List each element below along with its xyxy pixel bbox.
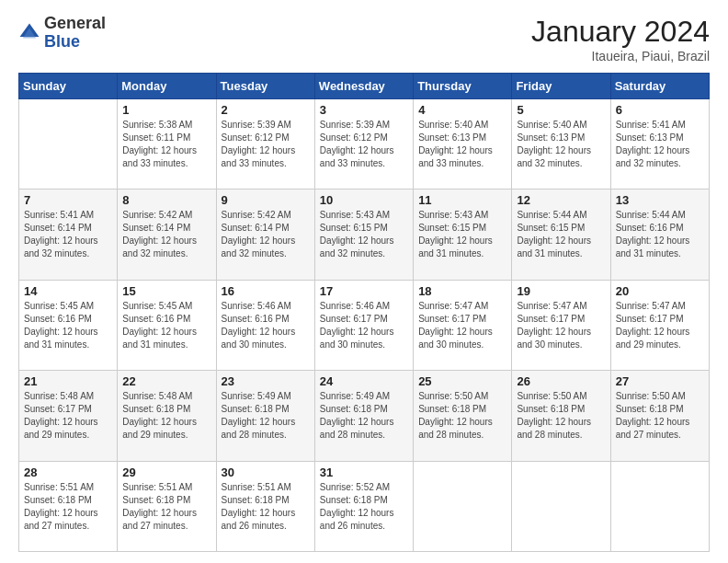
day-number: 3 [320,103,408,117]
day-number: 21 [24,374,112,388]
table-cell: 28 Sunrise: 5:51 AMSunset: 6:18 PMDaylig… [19,461,118,551]
table-cell: 29 Sunrise: 5:51 AMSunset: 6:18 PMDaylig… [118,461,216,551]
day-info: Sunrise: 5:46 AMSunset: 6:16 PMDaylight:… [222,300,310,351]
day-number: 4 [418,103,506,117]
table-cell: 25 Sunrise: 5:50 AMSunset: 6:18 PMDaylig… [414,371,512,461]
day-info: Sunrise: 5:41 AMSunset: 6:14 PMDaylight:… [24,209,112,260]
table-cell: 31 Sunrise: 5:52 AMSunset: 6:18 PMDaylig… [314,461,413,551]
table-cell: 13 Sunrise: 5:44 AMSunset: 6:16 PMDaylig… [610,190,709,280]
day-number: 11 [418,193,506,207]
table-cell [610,461,709,551]
day-info: Sunrise: 5:48 AMSunset: 6:17 PMDaylight:… [24,390,112,442]
table-cell: 9 Sunrise: 5:42 AMSunset: 6:14 PMDayligh… [216,190,314,280]
day-number: 27 [616,374,704,388]
header-tuesday: Tuesday [216,74,314,99]
location-subtitle: Itaueira, Piaui, Brazil [531,49,710,63]
table-cell: 27 Sunrise: 5:50 AMSunset: 6:18 PMDaylig… [610,371,709,461]
day-number: 28 [24,465,112,479]
table-cell: 2 Sunrise: 5:39 AMSunset: 6:12 PMDayligh… [216,99,314,190]
title-area: January 2024 Itaueira, Piaui, Brazil [531,15,710,63]
day-info: Sunrise: 5:48 AMSunset: 6:18 PMDaylight:… [122,390,210,442]
day-number: 24 [320,374,408,388]
table-cell: 22 Sunrise: 5:48 AMSunset: 6:18 PMDaylig… [118,371,216,461]
table-cell: 19 Sunrise: 5:47 AMSunset: 6:17 PMDaylig… [512,280,610,370]
day-info: Sunrise: 5:47 AMSunset: 6:17 PMDaylight:… [418,300,506,351]
week-row-1: 1 Sunrise: 5:38 AMSunset: 6:11 PMDayligh… [19,99,710,190]
day-info: Sunrise: 5:51 AMSunset: 6:18 PMDaylight:… [24,481,112,533]
day-info: Sunrise: 5:43 AMSunset: 6:15 PMDaylight:… [418,209,506,260]
weekday-header-row: Sunday Monday Tuesday Wednesday Thursday… [19,74,710,99]
week-row-4: 21 Sunrise: 5:48 AMSunset: 6:17 PMDaylig… [19,371,710,461]
day-info: Sunrise: 5:46 AMSunset: 6:17 PMDaylight:… [320,300,408,351]
day-info: Sunrise: 5:47 AMSunset: 6:17 PMDaylight:… [517,300,605,351]
table-cell [19,99,118,190]
day-number: 31 [320,465,408,479]
table-cell: 12 Sunrise: 5:44 AMSunset: 6:15 PMDaylig… [512,190,610,280]
table-cell: 30 Sunrise: 5:51 AMSunset: 6:18 PMDaylig… [216,461,314,551]
logo-general-text: General [44,14,106,32]
day-number: 23 [222,374,310,388]
day-info: Sunrise: 5:40 AMSunset: 6:13 PMDaylight:… [418,119,506,170]
day-number: 9 [222,193,310,207]
logo: General Blue [18,15,106,52]
day-number: 14 [24,284,112,298]
day-number: 19 [517,284,605,298]
table-cell: 10 Sunrise: 5:43 AMSunset: 6:15 PMDaylig… [314,190,413,280]
day-info: Sunrise: 5:44 AMSunset: 6:15 PMDaylight:… [517,209,605,260]
day-info: Sunrise: 5:42 AMSunset: 6:14 PMDaylight:… [122,209,210,260]
day-number: 6 [616,103,704,117]
header: General Blue January 2024 Itaueira, Piau… [18,15,710,63]
logo-icon [18,22,40,44]
table-cell: 20 Sunrise: 5:47 AMSunset: 6:17 PMDaylig… [610,280,709,370]
day-info: Sunrise: 5:47 AMSunset: 6:17 PMDaylight:… [616,300,704,351]
header-thursday: Thursday [414,74,512,99]
day-number: 2 [222,103,310,117]
week-row-2: 7 Sunrise: 5:41 AMSunset: 6:14 PMDayligh… [19,190,710,280]
table-cell: 16 Sunrise: 5:46 AMSunset: 6:16 PMDaylig… [216,280,314,370]
day-info: Sunrise: 5:51 AMSunset: 6:18 PMDaylight:… [222,481,310,533]
day-number: 13 [616,193,704,207]
calendar-table: Sunday Monday Tuesday Wednesday Thursday… [18,73,710,552]
table-cell: 23 Sunrise: 5:49 AMSunset: 6:18 PMDaylig… [216,371,314,461]
table-cell: 8 Sunrise: 5:42 AMSunset: 6:14 PMDayligh… [118,190,216,280]
table-cell: 1 Sunrise: 5:38 AMSunset: 6:11 PMDayligh… [118,99,216,190]
table-cell: 24 Sunrise: 5:49 AMSunset: 6:18 PMDaylig… [314,371,413,461]
table-cell: 17 Sunrise: 5:46 AMSunset: 6:17 PMDaylig… [314,280,413,370]
day-number: 25 [418,374,506,388]
day-number: 30 [222,465,310,479]
day-number: 8 [122,193,210,207]
header-wednesday: Wednesday [314,74,413,99]
day-info: Sunrise: 5:45 AMSunset: 6:16 PMDaylight:… [122,300,210,351]
day-info: Sunrise: 5:39 AMSunset: 6:12 PMDaylight:… [222,119,310,170]
table-cell [414,461,512,551]
day-info: Sunrise: 5:43 AMSunset: 6:15 PMDaylight:… [320,209,408,260]
day-info: Sunrise: 5:39 AMSunset: 6:12 PMDaylight:… [320,119,408,170]
day-number: 10 [320,193,408,207]
day-number: 1 [122,103,210,117]
logo-text: General Blue [44,15,106,52]
header-friday: Friday [512,74,610,99]
table-cell: 11 Sunrise: 5:43 AMSunset: 6:15 PMDaylig… [414,190,512,280]
header-saturday: Saturday [610,74,709,99]
day-info: Sunrise: 5:51 AMSunset: 6:18 PMDaylight:… [122,481,210,533]
table-cell: 3 Sunrise: 5:39 AMSunset: 6:12 PMDayligh… [314,99,413,190]
day-info: Sunrise: 5:45 AMSunset: 6:16 PMDaylight:… [24,300,112,351]
day-number: 17 [320,284,408,298]
day-number: 5 [517,103,605,117]
day-info: Sunrise: 5:50 AMSunset: 6:18 PMDaylight:… [616,390,704,442]
day-info: Sunrise: 5:38 AMSunset: 6:11 PMDaylight:… [122,119,210,170]
day-info: Sunrise: 5:49 AMSunset: 6:18 PMDaylight:… [320,390,408,442]
day-info: Sunrise: 5:42 AMSunset: 6:14 PMDaylight:… [222,209,310,260]
week-row-5: 28 Sunrise: 5:51 AMSunset: 6:18 PMDaylig… [19,461,710,551]
day-info: Sunrise: 5:40 AMSunset: 6:13 PMDaylight:… [517,119,605,170]
table-cell: 6 Sunrise: 5:41 AMSunset: 6:13 PMDayligh… [610,99,709,190]
day-info: Sunrise: 5:44 AMSunset: 6:16 PMDaylight:… [616,209,704,260]
table-cell: 21 Sunrise: 5:48 AMSunset: 6:17 PMDaylig… [19,371,118,461]
day-number: 7 [24,193,112,207]
day-number: 12 [517,193,605,207]
day-number: 15 [122,284,210,298]
day-number: 16 [222,284,310,298]
day-number: 26 [517,374,605,388]
day-number: 20 [616,284,704,298]
day-info: Sunrise: 5:49 AMSunset: 6:18 PMDaylight:… [222,390,310,442]
